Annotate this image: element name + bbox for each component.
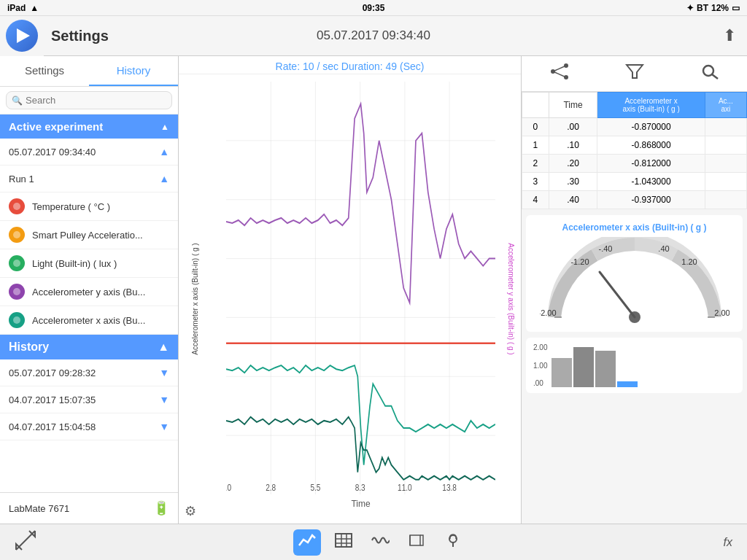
svg-text:1.20: 1.20 bbox=[681, 257, 697, 266]
y-axis-left-label: Accelerometer x axis (Built-in) ( g ) bbox=[191, 226, 199, 372]
data-table: Time Accelerometer xaxis (Built-in) ( g … bbox=[522, 92, 747, 209]
svg-point-41 bbox=[703, 66, 713, 76]
row-extra bbox=[705, 136, 746, 155]
svg-point-2 bbox=[13, 260, 20, 267]
mini-bar-2 bbox=[573, 347, 594, 387]
gauge-container: Accelerometer x axis (Built-in) ( g ) -2… bbox=[526, 215, 743, 332]
row-id: 1 bbox=[522, 136, 549, 155]
svg-text:2.00: 2.00 bbox=[714, 308, 729, 317]
sensor-light-label: Light (Built-in) ( lux ) bbox=[32, 258, 117, 269]
sensor-pulley-label: Smart Pulley Acceleratio... bbox=[32, 230, 143, 241]
app-logo[interactable] bbox=[0, 16, 44, 56]
sensor-accel-x[interactable]: Accelerometer x axis (Bu... bbox=[0, 306, 178, 335]
mini-chart-y-1: 1.00 bbox=[533, 362, 547, 370]
history-item-0[interactable]: 05.07.2017 09:28:32 ▼ bbox=[0, 359, 178, 386]
history-item-1-arrow: ▼ bbox=[159, 394, 169, 405]
svg-text:5.5: 5.5 bbox=[310, 483, 320, 492]
search-input[interactable] bbox=[6, 91, 172, 109]
tab-settings[interactable]: Settings bbox=[0, 56, 89, 86]
wave-icon[interactable] bbox=[366, 529, 394, 556]
main-header: Settings 05.07.2017 09:34:40 ⬆ bbox=[0, 16, 747, 56]
function-icon[interactable]: fx bbox=[724, 534, 732, 550]
run-expand-icon: ▲ bbox=[159, 173, 169, 184]
row-val: -0.870000 bbox=[597, 118, 705, 136]
svg-text:.40: .40 bbox=[658, 244, 669, 253]
chart-container: Accelerometer x axis (Built-in) ( g ) Ac… bbox=[179, 74, 521, 524]
chart-header: Rate: 10 / sec Duration: 49 (Sec) bbox=[179, 56, 521, 74]
mini-bar-4 bbox=[617, 381, 638, 387]
header-title: Settings bbox=[44, 28, 168, 44]
pin-icon[interactable] bbox=[439, 529, 467, 556]
row-extra bbox=[705, 173, 746, 191]
sensor-temperature[interactable]: Temperature ( °C ) bbox=[0, 192, 178, 221]
filter-icon[interactable] bbox=[625, 63, 644, 84]
svg-text:-.40: -.40 bbox=[598, 244, 612, 253]
svg-line-39 bbox=[553, 71, 566, 77]
table-grid-icon[interactable] bbox=[330, 529, 357, 556]
line-chart-icon[interactable] bbox=[293, 529, 321, 556]
run-label: Run 1 bbox=[9, 174, 34, 184]
row-id: 4 bbox=[522, 191, 549, 209]
right-toolbar bbox=[522, 56, 747, 92]
history-item-2[interactable]: 04.07.2017 15:04:58 ▼ bbox=[0, 413, 178, 440]
share-icon[interactable] bbox=[550, 63, 569, 84]
svg-marker-40 bbox=[627, 65, 643, 78]
search-data-icon[interactable] bbox=[700, 63, 719, 84]
col-time: Time bbox=[549, 93, 597, 118]
sensor-pulley[interactable]: Smart Pulley Acceleratio... bbox=[0, 221, 178, 249]
edit-icon[interactable] bbox=[403, 529, 430, 556]
sensor-light[interactable]: Light (Built-in) ( lux ) bbox=[0, 249, 178, 278]
export-icon[interactable]: ⬆ bbox=[723, 26, 736, 45]
history-item-2-label: 04.07.2017 15:04:58 bbox=[9, 421, 96, 432]
mini-bar-1 bbox=[551, 358, 572, 387]
tab-history[interactable]: History bbox=[89, 56, 178, 86]
experiment-date-label: 05.07.2017 09:34:40 bbox=[9, 147, 96, 158]
table-row: 1.10-0.868000 bbox=[522, 136, 747, 155]
resize-icon[interactable] bbox=[15, 529, 36, 556]
mini-chart-y-labels: 2.00 1.00 .00 bbox=[533, 343, 547, 387]
svg-point-0 bbox=[13, 203, 20, 210]
experiment-date-item[interactable]: 05.07.2017 09:34:40 ▲ bbox=[0, 139, 178, 166]
row-extra bbox=[705, 155, 746, 173]
sensor-dot-temperature bbox=[9, 198, 25, 214]
fx-label: fx bbox=[724, 536, 732, 548]
search-icon-wrap bbox=[6, 91, 172, 109]
table-row: 2.20-0.812000 bbox=[522, 155, 747, 173]
sidebar-search-wrap bbox=[0, 87, 178, 114]
row-extra bbox=[705, 191, 746, 209]
active-experiment-header[interactable]: Active experiment ▲ bbox=[0, 114, 178, 139]
table-row: 0.00-0.870000 bbox=[522, 118, 747, 136]
row-time: .40 bbox=[549, 191, 597, 209]
active-experiment-label: Active experiment bbox=[9, 120, 103, 133]
run-item[interactable]: Run 1 ▲ bbox=[0, 166, 178, 192]
sensor-temperature-label: Temperature ( °C ) bbox=[32, 201, 110, 212]
chart-area: Rate: 10 / sec Duration: 49 (Sec) Accele… bbox=[179, 56, 521, 524]
chart-settings-icon[interactable]: ⚙ bbox=[185, 503, 196, 519]
row-val: -0.937000 bbox=[597, 191, 705, 209]
play-icon bbox=[17, 28, 30, 43]
chart-x-label: Time bbox=[226, 499, 495, 509]
row-id: 2 bbox=[522, 155, 549, 173]
svg-text:11.0: 11.0 bbox=[398, 483, 412, 492]
battery-icon: ▭ bbox=[732, 3, 740, 13]
table-row: 4.40-0.937000 bbox=[522, 191, 747, 209]
row-extra bbox=[705, 118, 746, 136]
svg-rect-54 bbox=[336, 534, 352, 547]
status-time: 09:35 bbox=[363, 3, 385, 13]
sensor-dot-light bbox=[9, 255, 25, 271]
chart-svg: .2 -.1 -.4 -.7 -.9 -1.2 .4 .2 -.1 -.3 -.… bbox=[226, 82, 495, 494]
sidebar-footer: LabMate 7671 🔋 bbox=[0, 492, 178, 524]
mini-chart-y-0: .00 bbox=[533, 379, 547, 387]
bluetooth-label: BT bbox=[697, 3, 708, 13]
sidebar-tabs: Settings History bbox=[0, 56, 178, 87]
sensor-dot-accel-y bbox=[9, 284, 25, 300]
experiment-expand-icon: ▲ bbox=[159, 146, 169, 158]
svg-text:-1.20: -1.20 bbox=[570, 257, 589, 266]
sensor-dot-accel-x bbox=[9, 312, 25, 328]
device-label: iPad bbox=[7, 3, 26, 13]
sensor-accel-y[interactable]: Accelerometer y axis (Bu... bbox=[0, 278, 178, 306]
sensor-accel-y-label: Accelerometer y axis (Bu... bbox=[32, 287, 145, 298]
history-section-header[interactable]: History ▲ bbox=[0, 335, 178, 359]
svg-point-3 bbox=[13, 288, 20, 295]
history-item-1[interactable]: 04.07.2017 15:07:35 ▼ bbox=[0, 386, 178, 413]
